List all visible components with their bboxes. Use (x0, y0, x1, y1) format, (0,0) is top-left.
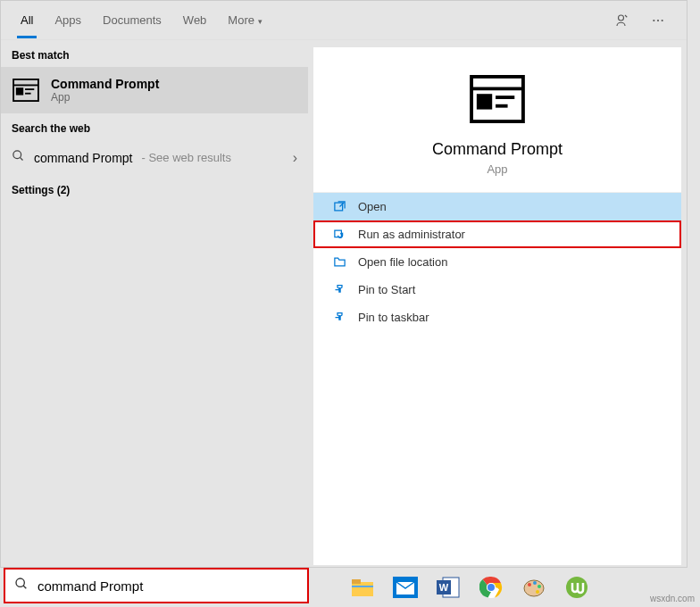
action-run-admin[interactable]: Run as administrator (313, 220, 681, 248)
svg-text:W: W (439, 582, 449, 593)
action-pin-taskbar-label: Pin to taskbar (358, 311, 429, 324)
svg-point-29 (488, 584, 495, 591)
section-best-match: Best match (1, 40, 308, 67)
web-result-item[interactable]: command Prompt - See web results › (1, 140, 308, 175)
tab-documents[interactable]: Documents (92, 3, 172, 37)
svg-rect-16 (334, 203, 342, 211)
tab-all[interactable]: All (10, 3, 44, 37)
taskbar-file-explorer[interactable] (341, 570, 384, 605)
taskbar-mail[interactable] (384, 570, 427, 605)
svg-point-34 (536, 590, 539, 594)
tab-web[interactable]: Web (172, 3, 218, 37)
preview-header: Command Prompt App (313, 47, 681, 192)
section-settings[interactable]: Settings (2) (1, 175, 308, 202)
action-run-admin-label: Run as administrator (358, 228, 465, 241)
svg-line-10 (20, 157, 22, 160)
action-pin-start[interactable]: Pin to Start (313, 276, 681, 304)
web-query: command Prompt (34, 151, 132, 165)
taskbar-paint[interactable] (512, 570, 555, 605)
preview-title: Command Prompt (432, 140, 562, 159)
svg-point-1 (653, 19, 654, 21)
pin-start-icon (331, 283, 347, 296)
svg-point-9 (13, 151, 21, 159)
svg-rect-6 (17, 88, 23, 94)
top-icons (608, 6, 687, 35)
svg-point-3 (662, 19, 663, 21)
action-open-location[interactable]: Open file location (313, 248, 681, 276)
action-open-label: Open (358, 200, 387, 213)
folder-icon (331, 255, 347, 269)
more-options-icon[interactable] (644, 6, 672, 35)
best-match-subtitle: App (51, 91, 159, 104)
best-match-text: Command Prompt App (51, 77, 159, 104)
feedback-icon[interactable] (608, 6, 637, 35)
tab-apps[interactable]: Apps (44, 3, 92, 37)
admin-shield-icon (331, 228, 347, 241)
svg-point-33 (538, 585, 541, 588)
open-icon (331, 200, 347, 213)
chevron-right-icon: › (293, 150, 297, 166)
best-match-item[interactable]: Command Prompt App (1, 67, 308, 113)
preview-subtitle: App (487, 162, 507, 176)
taskbar-utorrent[interactable] (555, 570, 598, 605)
taskbar-word[interactable]: W (427, 570, 470, 605)
search-icon (12, 149, 25, 166)
search-input-bar (4, 568, 309, 603)
taskbar-chrome[interactable] (470, 570, 512, 605)
best-match-title: Command Prompt (51, 77, 159, 91)
action-pin-start-label: Pin to Start (358, 283, 415, 296)
command-prompt-large-icon (469, 74, 526, 124)
svg-line-19 (23, 586, 26, 588)
svg-point-2 (657, 19, 659, 21)
search-input[interactable] (38, 578, 298, 594)
content-area: Best match Command Prompt App Search the… (1, 40, 687, 567)
search-tab-bar: All Apps Documents Web More (1, 1, 687, 40)
section-search-web: Search the web (1, 113, 308, 140)
command-prompt-icon (12, 76, 40, 104)
svg-point-32 (533, 581, 537, 585)
svg-rect-20 (352, 582, 373, 596)
action-pin-taskbar[interactable]: Pin to taskbar (313, 304, 681, 331)
web-hint: - See web results (141, 151, 230, 164)
action-open[interactable]: Open (313, 193, 681, 220)
svg-point-0 (619, 15, 624, 21)
tabs-container: All Apps Documents Web More (1, 3, 608, 37)
action-open-location-label: Open file location (358, 255, 447, 269)
tab-more[interactable]: More (217, 3, 273, 37)
svg-rect-21 (352, 579, 361, 584)
svg-point-18 (16, 578, 24, 586)
search-icon (14, 577, 29, 595)
pin-taskbar-icon (331, 311, 347, 324)
actions-list: Open Run as administrator Open file loca… (313, 192, 681, 331)
svg-point-31 (528, 583, 531, 586)
svg-rect-13 (479, 96, 491, 108)
svg-rect-22 (352, 586, 373, 587)
windows-search-panel: All Apps Documents Web More Best match C… (0, 0, 688, 568)
watermark: wsxdn.com (650, 594, 695, 603)
preview-panel: Command Prompt App Open Run as administr… (313, 47, 681, 565)
results-panel: Best match Command Prompt App Search the… (1, 40, 308, 567)
taskbar: W (341, 570, 598, 605)
